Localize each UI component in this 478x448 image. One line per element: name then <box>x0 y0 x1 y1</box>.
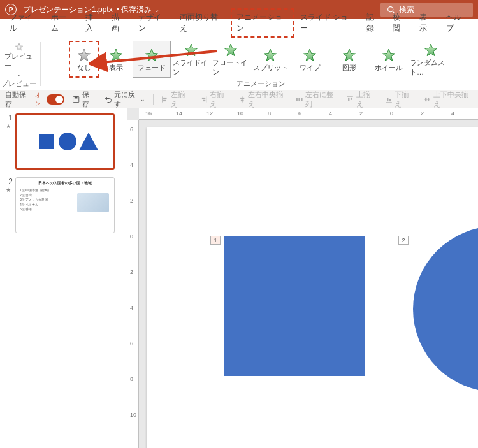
ribbon: プレビュー ⌄ プレビュー なし 表示 フェード スライドイン <box>0 38 478 90</box>
animation-randombars-button[interactable]: ランダムスト… <box>409 41 453 78</box>
tab-review[interactable]: 校閲 <box>387 8 414 38</box>
undo-label: 元に戻す <box>114 90 138 109</box>
star-icon <box>108 48 124 63</box>
tab-view[interactable]: 表示 <box>414 8 440 38</box>
animation-wipe-label: ワイプ <box>300 63 321 73</box>
svg-rect-19 <box>348 97 349 100</box>
tab-animations[interactable]: アニメーション <box>231 8 295 38</box>
shape-circle[interactable] <box>413 226 478 392</box>
svg-rect-20 <box>351 97 352 99</box>
align-right-icon <box>199 95 207 104</box>
align-center-h-icon <box>238 95 246 104</box>
svg-rect-10 <box>202 97 205 98</box>
star-icon <box>223 43 238 58</box>
distribute-h-icon <box>295 95 303 104</box>
autosave-toggle[interactable] <box>47 94 64 105</box>
undo-icon <box>105 95 112 104</box>
star-icon <box>11 43 27 52</box>
animation-wipe-button[interactable]: ワイプ <box>291 41 329 78</box>
slide-thumbnails: 1 ★ 2 ★ 日本への入国者の多い国・地域 1位 中国香港（総局）2位 台湾3… <box>0 108 127 448</box>
save-icon <box>72 95 80 104</box>
align-center-h-button: 左右中央揃え <box>236 89 288 110</box>
animation-appear-label: 表示 <box>109 63 123 73</box>
star-icon <box>423 43 438 58</box>
svg-rect-5 <box>75 96 78 98</box>
svg-rect-8 <box>163 99 166 101</box>
animation-wheel-button[interactable]: ホイール <box>370 41 408 78</box>
canvas-area: 161412108642024 6420246810 1 2 <box>127 108 478 448</box>
animation-shape-label: 図形 <box>342 63 356 73</box>
vertical-ruler: 6420246810 <box>127 120 139 448</box>
animation-none-button[interactable]: なし <box>69 41 99 78</box>
tab-home[interactable]: ホーム <box>45 8 79 38</box>
animation-none-label: なし <box>77 63 91 73</box>
svg-rect-22 <box>387 98 388 101</box>
svg-rect-11 <box>203 99 206 101</box>
animation-fade-button[interactable]: フェード <box>133 41 171 78</box>
animation-slidein-button[interactable]: スライドイン <box>172 41 210 78</box>
preview-label: プレビュー <box>4 52 34 71</box>
chevron-down-icon: ⌄ <box>17 71 22 77</box>
animation-slidein-label: スライドイン <box>173 58 210 77</box>
animation-tag-2[interactable]: 2 <box>398 236 409 245</box>
tab-help[interactable]: ヘルプ <box>440 8 474 38</box>
shape-square[interactable] <box>224 236 365 376</box>
separator <box>40 42 41 86</box>
align-right-button: 右揃え <box>197 89 230 110</box>
align-top-button: 上揃え <box>344 89 377 110</box>
align-left-icon <box>161 95 169 104</box>
align-left-button: 左揃え <box>159 89 192 110</box>
svg-rect-16 <box>299 98 300 101</box>
align-bottom-icon <box>385 95 393 104</box>
slide-thumbnail-2[interactable]: 日本への入国者の多い国・地域 1位 中国香港（総局）2位 台湾3位 アメリカ合衆… <box>15 177 115 233</box>
svg-rect-23 <box>389 99 391 101</box>
ribbon-tabs: ファイル ホーム 挿入 描画 デザイン 画面切り替え アニメーション スライド … <box>0 19 478 38</box>
preview-group-label: プレビュー <box>1 78 36 89</box>
save-button[interactable]: 保存 <box>69 89 97 110</box>
animation-floatin-button[interactable]: フロートイン <box>212 41 250 78</box>
preview-button[interactable]: プレビュー ⌄ <box>4 41 34 78</box>
tab-slideshow[interactable]: スライド ショー <box>294 8 361 38</box>
align-top-icon <box>346 95 354 104</box>
svg-rect-15 <box>296 98 298 101</box>
star-icon <box>144 48 159 63</box>
autosave-on-label: オン <box>35 91 45 108</box>
animation-floatin-label: フロートイン <box>212 58 249 77</box>
undo-button[interactable]: 元に戻す ⌄ <box>102 89 148 110</box>
star-icon <box>342 48 357 63</box>
slide-canvas[interactable]: 1 2 <box>147 127 478 448</box>
tab-draw[interactable]: 描画 <box>106 8 133 38</box>
svg-rect-7 <box>163 97 166 98</box>
star-icon <box>302 48 317 63</box>
animation-group-label: アニメーション <box>236 78 286 89</box>
animation-shape-button[interactable]: 図形 <box>330 41 368 78</box>
align-distribute-h-button: 左右に整列 <box>293 89 338 110</box>
star-icon <box>76 48 92 63</box>
tab-file[interactable]: ファイル <box>4 8 45 38</box>
separator <box>153 94 154 105</box>
svg-rect-26 <box>428 98 429 101</box>
main-area: 1 ★ 2 ★ 日本への入国者の多い国・地域 1位 中国香港（総局）2位 台湾3… <box>0 108 478 448</box>
tab-insert[interactable]: 挿入 <box>80 8 106 38</box>
tab-design[interactable]: デザイン <box>133 8 174 38</box>
animation-tag-1[interactable]: 1 <box>210 236 221 245</box>
align-center-v-icon <box>423 95 431 104</box>
animation-star-icon: ★ <box>6 187 11 193</box>
star-icon <box>263 48 278 63</box>
animation-split-label: スプリット <box>253 63 288 73</box>
star-icon <box>381 48 396 63</box>
align-bottom-button: 下揃え <box>382 89 416 110</box>
horizontal-ruler: 161412108642024 <box>139 108 478 120</box>
svg-rect-14 <box>241 99 244 101</box>
animation-appear-button[interactable]: 表示 <box>101 41 131 78</box>
animation-wheel-label: ホイール <box>375 63 403 73</box>
animation-star-icon: ★ <box>6 123 11 129</box>
save-label: 保存 <box>82 90 94 109</box>
tab-record[interactable]: 記録 <box>361 8 387 38</box>
tab-transitions[interactable]: 画面切り替え <box>174 8 231 38</box>
svg-rect-13 <box>240 97 244 98</box>
slide-thumbnail-1[interactable] <box>15 113 115 170</box>
animation-split-button[interactable]: スプリット <box>251 41 289 78</box>
align-center-v-button: 上下中央揃え <box>421 89 473 110</box>
svg-rect-17 <box>301 98 303 101</box>
